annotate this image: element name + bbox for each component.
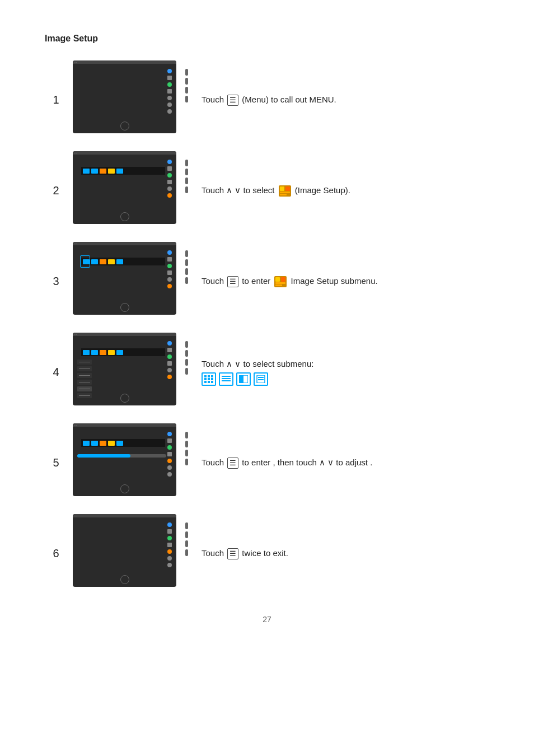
step-2: 2 ···	[45, 151, 489, 230]
hm-3	[100, 169, 106, 174]
submenu-icon-4	[254, 372, 268, 386]
power-circle-5	[120, 484, 129, 493]
icon-4-4	[167, 361, 172, 366]
icon-5-3	[167, 445, 172, 450]
instruction-4: Touch ∧ ∨ to select submenu:	[202, 358, 489, 386]
svg-rect-7	[281, 277, 285, 282]
hm-5-4	[108, 441, 115, 446]
monitor-4: ··· ────	[73, 333, 185, 411]
h-menu-3	[81, 258, 165, 265]
menu-icon-6: ☰	[227, 548, 238, 559]
icon-6-1	[167, 522, 172, 527]
right-icons-5	[167, 432, 172, 477]
power-circle-6	[120, 575, 129, 584]
selected-box-3	[80, 255, 90, 268]
icon-5-4	[167, 452, 172, 456]
icon-2-5	[167, 186, 172, 191]
page-number: 27	[45, 615, 489, 624]
instruction-2: Touch ∧ ∨ to select (Image Setup).	[202, 184, 489, 197]
icon-6-2	[167, 529, 172, 534]
icon-4-5	[167, 368, 172, 372]
v-btn-3-1	[185, 250, 188, 257]
menu-icon-1: ☰	[227, 95, 238, 106]
v-btn-5-1	[185, 432, 188, 438]
img-setup-icon-2	[279, 185, 291, 197]
hm-3-3	[100, 259, 106, 264]
sl-item-3: ────	[77, 373, 92, 378]
v-bar-6	[185, 522, 188, 556]
v-btn-3	[185, 87, 188, 94]
monitor-1: ···	[73, 60, 185, 139]
sl-item-5: ────	[77, 386, 92, 391]
top-bar-2: ···	[73, 151, 176, 155]
step-number-2: 2	[45, 184, 67, 197]
icon-3-1	[167, 250, 172, 255]
v-btn-6-1	[185, 522, 188, 529]
step-5: 5 ···	[45, 423, 489, 502]
submenu-icon-1	[202, 372, 216, 386]
hm-4-2	[91, 350, 98, 355]
v-bar-3	[185, 250, 188, 284]
hm-5	[116, 169, 123, 174]
v-btn-1	[185, 69, 188, 76]
right-icons-1	[167, 69, 172, 114]
hm-1	[83, 169, 90, 174]
svg-rect-6	[275, 277, 280, 282]
icon-6-5	[167, 549, 172, 554]
icon-5-7	[167, 472, 172, 477]
step-number-1: 1	[45, 94, 67, 106]
hm-3-5	[116, 259, 123, 264]
top-bar-6: ···	[73, 514, 176, 517]
hm-4-1	[83, 350, 90, 355]
submenu-icons-4	[202, 372, 489, 386]
svg-rect-11	[208, 375, 210, 377]
v-bar-4	[185, 341, 188, 375]
hm-4	[108, 169, 115, 174]
monitor-6: ···	[73, 514, 185, 592]
h-menu-5	[81, 439, 165, 447]
instruction-5: Touch ☰ to enter , then touch ∧ ∨ to adj…	[202, 456, 489, 469]
icon-3-3	[167, 264, 172, 268]
step-4: 4 ···	[45, 333, 489, 411]
submenu-list-4: ──── ──── ──── ──── ──── ────	[77, 360, 92, 398]
svg-rect-23	[239, 375, 243, 383]
menu-icon-5: ☰	[227, 458, 238, 469]
v-bar-2	[185, 160, 188, 193]
sl-item-4: ────	[77, 380, 92, 385]
v-btn-2-2	[185, 169, 188, 175]
screen-5: ···	[73, 423, 176, 496]
icon-4-3	[167, 354, 172, 359]
v-btn-4-2	[185, 350, 188, 357]
img-setup-icon-3	[274, 276, 287, 287]
svg-rect-12	[211, 375, 213, 377]
v-bar-1	[185, 69, 188, 102]
icon-5-5	[167, 459, 172, 463]
icon-2-1	[167, 160, 172, 164]
progress-bar-5	[77, 454, 166, 458]
svg-rect-21	[222, 380, 231, 381]
svg-rect-14	[208, 378, 210, 380]
icon-6-3	[167, 536, 172, 540]
svg-rect-17	[208, 381, 210, 383]
power-circle-2	[120, 212, 129, 221]
icon-6	[167, 102, 172, 107]
hm-2	[91, 169, 98, 174]
progress-fill-5	[77, 454, 130, 458]
v-bar-5	[185, 432, 188, 465]
menu-icon-3: ☰	[227, 276, 238, 287]
step-number-5: 5	[45, 456, 67, 469]
screen-2: ···	[73, 151, 176, 224]
instruction-6: Touch ☰ twice to exit.	[202, 547, 489, 560]
hm-4-5	[116, 350, 123, 355]
icon-6-6	[167, 556, 172, 561]
hm-3-4	[108, 259, 115, 264]
top-bar-1: ···	[73, 60, 176, 64]
step-3: 3 ···	[45, 242, 489, 320]
page-title: Image Setup	[45, 34, 489, 44]
v-btn-2	[185, 78, 188, 85]
icon-6-4	[167, 543, 172, 547]
svg-rect-3	[280, 192, 290, 193]
icon-3-6	[167, 284, 172, 288]
right-icons-3	[167, 250, 172, 288]
right-icons-6	[167, 522, 172, 567]
